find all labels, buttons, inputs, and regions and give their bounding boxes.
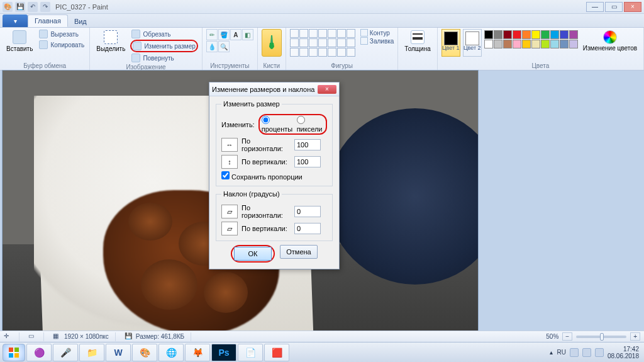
resize-button[interactable]: Изменить размер [130,40,197,52]
undo-icon[interactable]: ↶ [28,2,38,12]
color-palette[interactable] [484,30,578,48]
horiz-input[interactable] [294,139,321,150]
crop-button[interactable]: Обрезать [130,29,197,39]
group-clipboard-label: Буфер обмена [4,62,86,70]
start-button[interactable] [3,344,25,361]
taskbar-item-firefox[interactable]: 🦊 [185,344,210,361]
zoom-out-button[interactable]: − [562,332,572,341]
taskbar-item-chrome[interactable]: 🌐 [158,344,184,361]
picker-tool[interactable]: 💧 [206,41,218,52]
edit-colors-button[interactable]: Изменение цветов [580,29,640,53]
cancel-button[interactable]: Отмена [280,245,318,259]
dialog-close-button[interactable]: × [318,85,336,94]
rotate-button[interactable]: Повернуть [130,53,197,63]
taskbar-item-9[interactable]: 📄 [238,344,263,361]
palette-color[interactable] [569,30,578,39]
radio-percent[interactable]: проценты [262,116,293,133]
dialog-titlebar[interactable]: Изменение размеров и наклона × [209,82,339,96]
palette-color[interactable] [560,40,569,48]
palette-color[interactable] [550,40,559,48]
ok-button[interactable]: ОК [234,247,272,261]
file-tab[interactable]: ▾ [3,14,28,27]
palette-color[interactable] [541,30,550,39]
zoom-slider[interactable] [576,336,626,338]
skew-horiz-input[interactable] [294,206,321,217]
zoom-in-button[interactable]: + [630,332,640,341]
vert-label: По вертикали: [242,158,291,166]
group-colors: Цвет 1 Цвет 2 Изменение цветов Цвета [438,28,644,70]
window-title: PIC_0327 - Paint [55,3,108,11]
tab-home[interactable]: Главная [28,14,68,27]
svg-rect-0 [9,348,13,352]
color1-swatch[interactable]: Цвет 1 [441,29,460,57]
taskbar-item-photoshop[interactable]: Ps [211,344,236,361]
fill-tool[interactable]: 🪣 [218,29,230,40]
palette-color[interactable] [522,30,531,39]
shape-fill-button[interactable]: Заливка [360,37,394,45]
vert-input[interactable] [294,156,321,167]
tab-view[interactable]: Вид [68,16,93,27]
cut-button[interactable]: Вырезать [38,29,86,39]
select-button[interactable]: Выделить [94,29,128,54]
palette-color[interactable] [541,40,550,48]
radio-pixels[interactable]: пиксели [297,116,324,133]
palette-color[interactable] [560,30,569,39]
palette-color[interactable] [484,30,493,39]
windows-taskbar: 🟣 🎤 📁 W 🎨 🌐 🦊 Ps 📄 🟥 ▴ RU 17:42 08.06.20… [0,342,644,362]
skew-horiz-label: По горизонтали: [242,204,291,219]
copy-button[interactable]: Копировать [38,40,86,50]
pencil-tool[interactable]: ✏ [206,29,218,40]
paste-button[interactable]: Вставить [4,29,35,54]
volume-icon[interactable] [582,348,591,357]
select-icon [104,30,118,44]
text-tool[interactable]: A [230,29,242,40]
palette-color[interactable] [503,30,512,39]
redo-icon[interactable]: ↷ [40,2,50,12]
color2-swatch[interactable]: Цвет 2 [463,29,482,57]
network-icon[interactable] [570,348,579,357]
palette-color[interactable] [513,30,521,39]
save-icon[interactable]: 💾 [15,2,25,12]
ribbon: Вставить Вырезать Копировать Буфер обмен… [0,28,644,71]
tray-clock[interactable]: 17:42 08.06.2018 [608,346,639,359]
palette-color[interactable] [531,40,540,48]
taskbar-item-explorer[interactable]: 📁 [79,344,104,361]
taskbar-item-1[interactable]: 🟣 [26,344,52,361]
palette-color[interactable] [550,30,559,39]
taskbar-item-word[interactable]: W [106,344,131,361]
taskbar-item-2[interactable]: 🎤 [53,344,78,361]
palette-color[interactable] [484,40,493,48]
skew-vert-input[interactable] [294,223,321,234]
palette-color[interactable] [503,40,512,48]
group-colors-label: Цвета [441,62,640,70]
tray-expand-icon[interactable]: ▴ [550,349,553,356]
shapes-gallery[interactable] [290,29,355,57]
resize-icon [133,42,142,50]
palette-color[interactable] [494,40,502,48]
brushes-button[interactable] [262,29,282,57]
palette-color[interactable] [494,30,502,39]
stroke-size-button[interactable]: Толщина [402,29,433,54]
palette-color[interactable] [522,40,531,48]
horiz-label: По горизонтали: [242,137,291,152]
disk-icon: 💾 [125,332,133,341]
svg-rect-2 [9,353,13,358]
dims-icon: ▦ [53,332,62,341]
group-shapes-label: Фигуры [290,62,394,70]
maximize-button[interactable]: ▭ [605,2,623,12]
palette-color[interactable] [569,40,578,48]
magnifier-tool[interactable]: 🔍 [218,41,230,52]
close-button[interactable]: × [624,2,641,12]
minimize-button[interactable]: — [586,2,604,12]
language-indicator[interactable]: RU [557,349,565,356]
eraser-tool[interactable]: ◧ [242,29,253,40]
action-center-icon[interactable] [595,348,604,357]
zoom-value: 50% [546,333,558,340]
taskbar-item-paint[interactable]: 🎨 [132,344,157,361]
palette-color[interactable] [531,30,540,39]
keep-aspect-checkbox[interactable]: Сохранить пропорции [221,171,303,181]
palette-color[interactable] [513,40,521,48]
shape-outline-button[interactable]: Контур [360,29,394,37]
taskbar-item-10[interactable]: 🟥 [264,344,289,361]
group-image: Выделить Обрезать Изменить размер Поверн… [90,28,203,70]
